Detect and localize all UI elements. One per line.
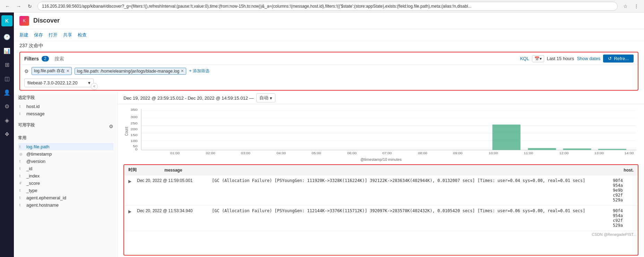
address-bar[interactable] xyxy=(37,2,618,11)
auto-chevron: ▾ xyxy=(270,96,272,101)
field-name-id: _id xyxy=(26,166,32,171)
filters-label: Filters xyxy=(24,56,39,61)
sidebar-item-map[interactable]: ◈ xyxy=(1,114,13,126)
sidebar-item-puzzle[interactable]: ❖ xyxy=(1,128,13,140)
bookmark-button[interactable]: ☆ xyxy=(620,1,630,11)
field-log-file-path[interactable]: t log.file.path xyxy=(18,143,113,150)
collapse-panel-button[interactable]: < xyxy=(91,83,98,90)
field-message[interactable]: t message xyxy=(18,110,113,117)
field-version[interactable]: t @version xyxy=(18,158,113,165)
refresh-button[interactable]: ↻ xyxy=(25,1,35,11)
results-header: 时间 message host. xyxy=(124,165,638,175)
last-hours-display: Last 15 hours xyxy=(547,56,574,61)
bar-14 xyxy=(598,149,626,150)
result-message-2: [GC (Allocation Failure) [PSYoungGen: 11… xyxy=(212,208,607,213)
share-button[interactable]: 共享 xyxy=(63,31,72,40)
field-name-timestamp: @timestamp xyxy=(26,151,52,157)
add-filter-link[interactable]: + 添加筛选 xyxy=(189,68,209,74)
forward-button[interactable]: → xyxy=(14,1,24,11)
back-button[interactable]: ← xyxy=(3,1,12,11)
filter-header: Filters 2 KQL 📅▾ Last 15 hours Show date… xyxy=(20,52,638,65)
field-type-ts: ◎ xyxy=(19,152,24,156)
filter-section: Filters 2 KQL 📅▾ Last 15 hours Show date… xyxy=(19,52,638,91)
results-section: 时间 message host. ▶ Dec 20, 2022 @ 11:59:… xyxy=(123,164,638,256)
svg-text:05:00: 05:00 xyxy=(312,151,321,155)
sidebar-item-settings-nav[interactable]: ⚙ xyxy=(1,100,13,113)
result-time-2: Dec 20, 2022 @ 11:53:34.940 xyxy=(137,208,206,213)
filter-badge: 2 xyxy=(42,56,49,61)
time-col-header: 时间 xyxy=(128,167,137,173)
field-type-type: t xyxy=(19,189,24,192)
auto-select[interactable]: 自动 ▾ xyxy=(256,93,275,102)
svg-text:07:00: 07:00 xyxy=(383,151,392,155)
filter-settings-icon[interactable]: ⚙ xyxy=(24,68,29,74)
refresh-label: Refre... xyxy=(614,56,629,61)
svg-text:01:00: 01:00 xyxy=(170,151,180,155)
field-type-field[interactable]: t _type xyxy=(18,187,113,194)
table-row[interactable]: ▶ Dec 20, 2022 @ 11:53:34.940 [GC (Alloc… xyxy=(124,206,638,231)
right-panel: Dec 19, 2022 @ 23:59:15.012 - Dec 20, 20… xyxy=(118,92,644,257)
sidebar-item-chart[interactable]: 📊 xyxy=(1,44,13,57)
more-button[interactable]: ⋮ xyxy=(632,1,641,11)
field-id[interactable]: t _id xyxy=(18,165,113,172)
field-index[interactable]: t _index xyxy=(18,172,113,180)
sidebar-item-user[interactable]: 👤 xyxy=(1,86,13,99)
filter-tag-path-close[interactable]: ✕ xyxy=(181,69,184,73)
show-dates-button[interactable]: Show dates xyxy=(577,56,600,61)
sidebar-item-layers[interactable]: ◫ xyxy=(1,72,13,85)
svg-text:150: 150 xyxy=(130,133,137,137)
field-hostname[interactable]: t agent.hostname xyxy=(18,201,113,209)
auto-label: 自动 xyxy=(259,95,268,101)
result-host-1: 90f4954a9e9bc92f529a xyxy=(613,178,634,202)
filter-search-input[interactable] xyxy=(52,55,517,62)
index-pattern-select[interactable]: filebeat-7.3.0-2022.12.20 ▾ xyxy=(24,78,94,87)
selected-fields-title: 选定字段 xyxy=(18,95,113,101)
selected-fields-section: 选定字段 t host.id t message xyxy=(14,92,118,120)
table-row[interactable]: ▶ Dec 20, 2022 @ 11:59:05.001 [GC (Alloc… xyxy=(124,175,638,206)
filter-tag-exists-close[interactable]: ✕ xyxy=(66,69,69,73)
svg-text:200: 200 xyxy=(130,127,137,131)
svg-text:11:00: 11:00 xyxy=(524,151,533,155)
body-layout: 选定字段 t host.id t message 可用字段 ⚙ xyxy=(14,92,644,257)
dropdown-chevron: ▾ xyxy=(88,80,91,85)
open-button[interactable]: 打开 xyxy=(49,31,58,40)
sidebar-item-clock[interactable]: 🕐 xyxy=(1,31,13,43)
field-type-score: # xyxy=(19,181,24,185)
result-time-1: Dec 20, 2022 @ 11:59:05.001 xyxy=(137,178,206,183)
field-name-hostname: agent.hostname xyxy=(26,202,59,208)
field-name-score: _score xyxy=(26,181,40,186)
app-container: K 🕐 📊 ⊞ ◫ 👤 ⚙ ◈ ❖ K Discover 新建 保存 打开 共享… xyxy=(0,13,644,257)
field-name-type: _type xyxy=(26,188,37,193)
field-ephemeral-id[interactable]: t agent.ephemeral_id xyxy=(18,194,113,201)
svg-text:14:00: 14:00 xyxy=(625,151,634,155)
filter-tag-exists[interactable]: log.file.path 存在 ✕ xyxy=(32,67,72,75)
bar-11 xyxy=(492,125,521,150)
new-button[interactable]: 新建 xyxy=(19,31,28,40)
refresh-button-main[interactable]: ↺ Refre... xyxy=(603,55,634,63)
field-type-ver: t xyxy=(19,159,24,163)
kql-label: KQL xyxy=(520,56,529,61)
browser-actions: ☆ ⋮ xyxy=(620,1,641,11)
x-axis-label: @timestamp/10 minutes xyxy=(123,157,638,161)
kibana-logo: K xyxy=(19,16,29,26)
field-timestamp[interactable]: ◎ @timestamp xyxy=(18,150,113,158)
field-score[interactable]: # _score xyxy=(18,180,113,187)
expand-row-2[interactable]: ▶ xyxy=(128,209,131,214)
inspect-button[interactable]: 检查 xyxy=(78,31,87,40)
expand-row-1[interactable]: ▶ xyxy=(128,179,131,184)
svg-text:02:00: 02:00 xyxy=(206,151,216,155)
calendar-icon-btn[interactable]: 📅▾ xyxy=(532,55,544,62)
field-host-id[interactable]: t host.id xyxy=(18,103,113,110)
svg-text:250: 250 xyxy=(130,121,137,125)
sidebar-item-table[interactable]: ⊞ xyxy=(1,58,13,71)
available-fields-title: 可用字段 xyxy=(18,122,35,128)
watermark: CSDN @RenegadePIST... xyxy=(592,232,636,237)
field-type-eph: t xyxy=(19,196,24,200)
refresh-icon: ↺ xyxy=(608,56,612,61)
common-fields-section: 常用 t log.file.path ◎ @timestamp t @versi… xyxy=(14,132,118,212)
top-bar: K Discover xyxy=(14,13,644,29)
result-message-1: [GC (Allocation Failure) [PSYoungGen: 11… xyxy=(212,178,607,183)
filter-tag-path[interactable]: log.file.path: /home/elearning/jar/logs/… xyxy=(75,68,187,75)
available-fields-gear[interactable]: ⚙ xyxy=(109,124,113,129)
save-button[interactable]: 保存 xyxy=(34,31,43,40)
